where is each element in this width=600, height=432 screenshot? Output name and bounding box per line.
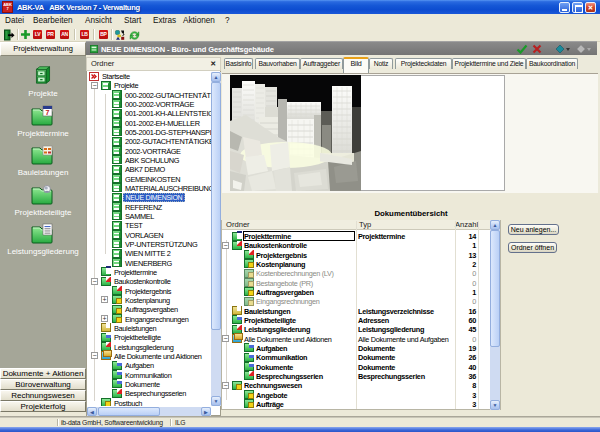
svg-text:7: 7 xyxy=(46,109,50,116)
